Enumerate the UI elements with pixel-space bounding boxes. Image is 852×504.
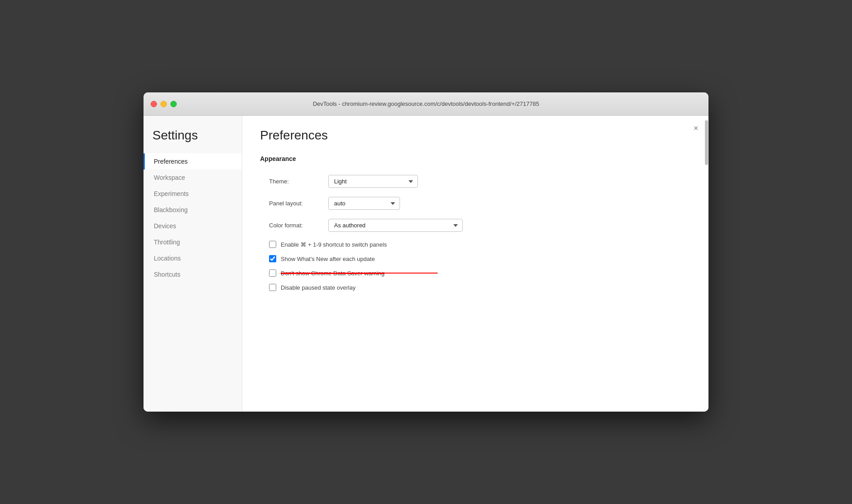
whats-new-label: Show What's New after each update bbox=[281, 256, 375, 262]
panel-layout-select[interactable]: auto horizontal vertical bbox=[328, 197, 400, 210]
close-button[interactable]: × bbox=[691, 123, 701, 134]
sidebar-item-blackboxing[interactable]: Blackboxing bbox=[143, 202, 242, 218]
paused-state-label: Disable paused state overlay bbox=[281, 284, 356, 291]
data-saver-row: Don't show Chrome Data Saver warning bbox=[260, 269, 691, 277]
paused-state-checkbox[interactable] bbox=[269, 284, 276, 291]
page-title: Preferences bbox=[260, 128, 691, 143]
titlebar: DevTools - chromium-review.googlesource.… bbox=[143, 92, 709, 116]
sidebar-item-preferences[interactable]: Preferences bbox=[143, 153, 242, 169]
window-content: Settings Preferences Workspace Experimen… bbox=[143, 116, 709, 412]
shortcut-panels-label: Enable ⌘ + 1-9 shortcut to switch panels bbox=[281, 241, 387, 248]
main-content: × Preferences Appearance Theme: System p… bbox=[242, 116, 709, 412]
sidebar-item-locations[interactable]: Locations bbox=[143, 250, 242, 266]
sidebar-item-experiments[interactable]: Experiments bbox=[143, 186, 242, 202]
whats-new-checkbox[interactable] bbox=[269, 255, 276, 262]
minimize-traffic-light[interactable] bbox=[161, 101, 167, 107]
theme-select[interactable]: System preference Light Dark bbox=[328, 175, 418, 188]
settings-heading: Settings bbox=[143, 128, 242, 153]
sidebar-item-throttling[interactable]: Throttling bbox=[143, 234, 242, 250]
data-saver-checkbox[interactable] bbox=[269, 269, 276, 277]
mac-window: DevTools - chromium-review.googlesource.… bbox=[143, 92, 709, 412]
paused-state-row: Disable paused state overlay bbox=[260, 284, 691, 291]
sidebar-item-devices[interactable]: Devices bbox=[143, 218, 242, 234]
appearance-section-title: Appearance bbox=[260, 155, 691, 166]
sidebar-item-workspace[interactable]: Workspace bbox=[143, 169, 242, 186]
color-format-select[interactable]: As authored HEX RGB HSL bbox=[328, 219, 463, 232]
panel-layout-row: Panel layout: auto horizontal vertical bbox=[260, 197, 691, 210]
window-title: DevTools - chromium-review.googlesource.… bbox=[313, 100, 539, 107]
scrollbar-thumb[interactable] bbox=[705, 120, 708, 165]
sidebar: Settings Preferences Workspace Experimen… bbox=[143, 116, 242, 412]
color-format-row: Color format: As authored HEX RGB HSL bbox=[260, 219, 691, 232]
color-format-label: Color format: bbox=[269, 222, 323, 229]
shortcut-panels-row: Enable ⌘ + 1-9 shortcut to switch panels bbox=[260, 241, 691, 248]
traffic-lights bbox=[151, 101, 177, 107]
maximize-traffic-light[interactable] bbox=[170, 101, 177, 107]
shortcut-panels-checkbox[interactable] bbox=[269, 241, 276, 248]
close-traffic-light[interactable] bbox=[151, 101, 157, 107]
scrollbar-track[interactable] bbox=[704, 116, 709, 412]
sidebar-item-shortcuts[interactable]: Shortcuts bbox=[143, 266, 242, 282]
theme-label: Theme: bbox=[269, 178, 323, 185]
panel-layout-label: Panel layout: bbox=[269, 200, 323, 207]
theme-row: Theme: System preference Light Dark bbox=[260, 175, 691, 188]
data-saver-label: Don't show Chrome Data Saver warning bbox=[281, 270, 385, 277]
whats-new-row: Show What's New after each update bbox=[260, 255, 691, 262]
